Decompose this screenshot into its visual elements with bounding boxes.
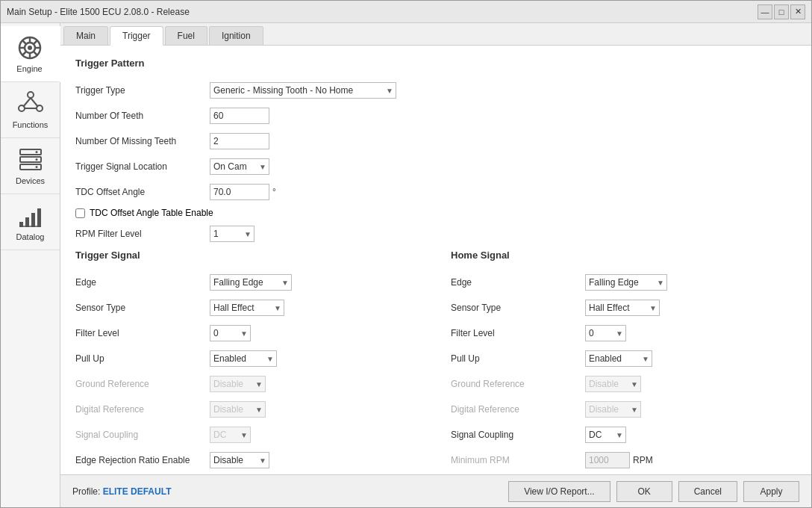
rpm-filter-wrapper: 1 2 3 ▼ bbox=[210, 226, 254, 242]
tab-trigger[interactable]: Trigger bbox=[110, 26, 163, 46]
ts-pullup-label: Pull Up bbox=[75, 353, 210, 364]
devices-icon bbox=[17, 146, 44, 173]
tdc-offset-input[interactable] bbox=[210, 184, 269, 200]
ts-edge-select[interactable]: Falling Edge Rising Edge bbox=[210, 274, 292, 291]
tab-fuel[interactable]: Fuel bbox=[165, 26, 207, 45]
ts-ground-ref-select[interactable]: Disable bbox=[210, 376, 266, 392]
hs-sensor-label: Sensor Type bbox=[451, 303, 585, 313]
hs-sensor-wrapper: Hall Effect Reluctor ▼ bbox=[585, 300, 660, 316]
maximize-button[interactable]: □ bbox=[774, 4, 789, 19]
ts-signal-coupling-row: Signal Coupling DC AC ▼ bbox=[75, 425, 421, 444]
title-bar: Main Setup - Elite 1500 ECU 2.08.0 - Rel… bbox=[1, 1, 811, 23]
hs-edge-label: Edge bbox=[451, 277, 585, 288]
rpm-filter-label: RPM Filter Level bbox=[75, 229, 210, 239]
missing-teeth-row: Number Of Missing Teeth bbox=[75, 131, 796, 151]
hs-edge-row: Edge Falling Edge Rising Edge ▼ bbox=[451, 273, 796, 292]
hs-filter-label: Filter Level bbox=[451, 328, 585, 338]
footer: Profile: ELITE DEFAULT View I/O Report..… bbox=[60, 474, 811, 507]
hs-signal-coupling-wrapper: DC AC ▼ bbox=[585, 427, 626, 443]
ts-pullup-wrapper: Enabled Disabled ▼ bbox=[210, 350, 277, 367]
ts-pullup-row: Pull Up Enabled Disabled ▼ bbox=[75, 349, 421, 368]
ts-signal-coupling-select[interactable]: DC AC bbox=[210, 427, 251, 443]
hs-pullup-wrapper: Enabled Disabled ▼ bbox=[585, 350, 652, 367]
ts-digital-ref-row: Digital Reference Disable ▼ bbox=[75, 400, 421, 419]
content-area: Main Trigger Fuel Ignition Trigger Patte… bbox=[60, 23, 811, 507]
ts-edge-row: Edge Falling Edge Rising Edge ▼ bbox=[75, 273, 421, 292]
main-window: Main Setup - Elite 1500 ECU 2.08.0 - Rel… bbox=[0, 0, 812, 508]
svg-point-3 bbox=[28, 92, 34, 98]
minimize-button[interactable]: — bbox=[758, 4, 772, 19]
cancel-button[interactable]: Cancel bbox=[678, 481, 737, 502]
hs-pullup-label: Pull Up bbox=[451, 353, 585, 364]
tab-ignition[interactable]: Ignition bbox=[209, 26, 263, 45]
ts-edge-rejection-enable-label: Edge Rejection Ratio Enable bbox=[75, 455, 210, 465]
profile-section: Profile: ELITE DEFAULT bbox=[72, 486, 171, 497]
sidebar-item-engine[interactable]: Engine bbox=[1, 26, 60, 82]
svg-rect-16 bbox=[25, 217, 29, 227]
sidebar: Engine Functions bbox=[1, 23, 60, 507]
apply-button[interactable]: Apply bbox=[743, 481, 799, 502]
ts-edge-label: Edge bbox=[75, 277, 210, 288]
trigger-type-select[interactable]: Generic - Missing Tooth - No Home bbox=[210, 82, 396, 99]
close-button[interactable]: ✕ bbox=[790, 4, 805, 19]
hs-signal-coupling-row: Signal Coupling DC AC ▼ bbox=[451, 425, 796, 444]
svg-rect-10 bbox=[20, 157, 41, 162]
hs-digital-ref-select[interactable]: Disable bbox=[585, 401, 641, 418]
sidebar-label-functions: Functions bbox=[13, 120, 49, 129]
home-signal-column: Home Signal Edge Falling Edge Rising Edg… bbox=[451, 250, 796, 474]
hs-filter-select[interactable]: 0 1 bbox=[585, 325, 626, 341]
datalog-icon bbox=[17, 202, 44, 229]
rpm-filter-select[interactable]: 1 2 3 bbox=[210, 226, 254, 242]
profile-label: Profile: bbox=[72, 486, 103, 497]
svg-rect-11 bbox=[20, 164, 41, 170]
sidebar-label-devices: Devices bbox=[16, 176, 45, 185]
trigger-signal-location-wrapper: On Cam On Crank ▼ bbox=[210, 158, 269, 175]
hs-signal-coupling-select[interactable]: DC AC bbox=[585, 427, 626, 443]
ts-sensor-wrapper: Hall Effect Reluctor ▼ bbox=[210, 300, 284, 316]
ts-edge-rejection-enable-select[interactable]: Disable Enable bbox=[210, 452, 269, 468]
tdc-table-enable-row: TDC Offset Angle Table Enable bbox=[75, 208, 796, 218]
trigger-signal-location-row: Trigger Signal Location On Cam On Crank … bbox=[75, 157, 796, 176]
trigger-pattern-title: Trigger Pattern bbox=[75, 58, 796, 72]
home-signal-title: Home Signal bbox=[451, 250, 796, 264]
view-report-button[interactable]: View I/O Report... bbox=[508, 481, 610, 502]
tdc-offset-row: TDC Offset Angle ° bbox=[75, 182, 796, 202]
ts-sensor-select[interactable]: Hall Effect Reluctor bbox=[210, 300, 284, 316]
svg-point-12 bbox=[35, 151, 37, 153]
hs-min-rpm-row: Minimum RPM RPM bbox=[451, 450, 796, 470]
hs-min-rpm-label: Minimum RPM bbox=[451, 455, 585, 465]
svg-line-7 bbox=[31, 98, 38, 107]
svg-rect-18 bbox=[37, 208, 41, 227]
hs-edge-select[interactable]: Falling Edge Rising Edge bbox=[585, 274, 667, 291]
hs-pullup-select[interactable]: Enabled Disabled bbox=[585, 350, 652, 367]
tdc-offset-label: TDC Offset Angle bbox=[75, 187, 210, 197]
ts-filter-select[interactable]: 0 1 bbox=[210, 325, 251, 341]
trigger-signal-title: Trigger Signal bbox=[75, 250, 421, 264]
sidebar-item-functions[interactable]: Functions bbox=[1, 82, 60, 138]
window-controls: — □ ✕ bbox=[758, 4, 805, 19]
trigger-signal-location-select[interactable]: On Cam On Crank bbox=[210, 158, 269, 175]
main-content: Engine Functions bbox=[1, 23, 811, 507]
tdc-table-enable-label[interactable]: TDC Offset Angle Table Enable bbox=[90, 208, 213, 218]
ts-pullup-select[interactable]: Enabled Disabled bbox=[210, 350, 277, 367]
sidebar-item-devices[interactable]: Devices bbox=[1, 138, 60, 194]
ts-edge-wrapper: Falling Edge Rising Edge ▼ bbox=[210, 274, 292, 291]
engine-icon bbox=[16, 34, 43, 61]
hs-filter-row: Filter Level 0 1 ▼ bbox=[451, 323, 796, 343]
num-teeth-label: Number Of Teeth bbox=[75, 111, 210, 121]
svg-point-2 bbox=[28, 46, 32, 50]
missing-teeth-input[interactable] bbox=[210, 133, 269, 149]
hs-filter-wrapper: 0 1 ▼ bbox=[585, 325, 626, 341]
hs-min-rpm-input[interactable] bbox=[585, 452, 630, 468]
ts-digital-ref-label: Digital Reference bbox=[75, 404, 210, 415]
hs-ground-ref-select[interactable]: Disable bbox=[585, 376, 641, 392]
sidebar-item-datalog[interactable]: Datalog bbox=[1, 194, 60, 250]
ts-digital-ref-select[interactable]: Disable bbox=[210, 401, 266, 418]
tab-bar: Main Trigger Fuel Ignition bbox=[60, 23, 811, 46]
ok-button[interactable]: OK bbox=[616, 481, 672, 502]
tdc-table-enable-checkbox[interactable] bbox=[75, 208, 85, 218]
svg-point-14 bbox=[35, 166, 37, 168]
num-teeth-input[interactable] bbox=[210, 108, 269, 124]
tab-main[interactable]: Main bbox=[63, 26, 108, 45]
hs-sensor-select[interactable]: Hall Effect Reluctor bbox=[585, 300, 660, 316]
